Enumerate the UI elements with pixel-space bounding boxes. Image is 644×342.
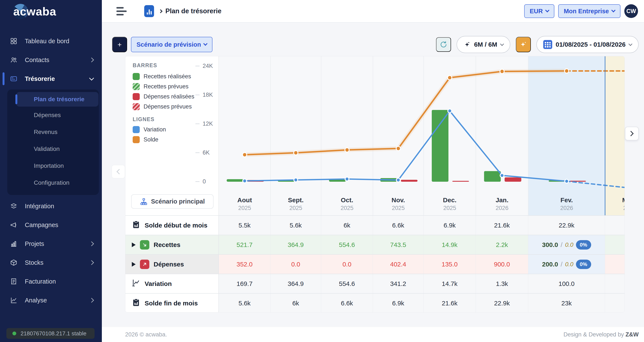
sidebar-item-stocks[interactable]: Stocks	[0, 253, 102, 272]
legend-item-recettes-realisees[interactable]: Recettes réalisées	[133, 73, 191, 80]
breadcrumb-chevron-icon	[158, 9, 162, 13]
treasury-submenu: Plan de trésorerie Dépenses Revenus Vali…	[7, 90, 99, 195]
chevron-down-icon	[545, 8, 550, 12]
svg-text:Fev.: Fev.	[560, 196, 573, 204]
svg-text:2025: 2025	[340, 205, 354, 211]
table-cell-current-month[interactable]: 300.0 / 0.0 0%	[528, 235, 605, 254]
submenu-item-validation[interactable]: Validation	[7, 140, 99, 157]
refresh-button[interactable]	[436, 37, 451, 52]
legend-bars-title: BARRES	[133, 62, 157, 68]
treasury-card: BARRES Recettes réalisées Recettes prévu…	[125, 56, 625, 312]
scenario-dropdown[interactable]: Scénario de prévision	[131, 37, 212, 52]
period-dropdown[interactable]: 6M / 6M	[456, 36, 510, 53]
svg-text:2026: 2026	[496, 205, 508, 211]
percent-badge: 0%	[576, 240, 591, 250]
table-cell: 5.6k	[270, 216, 321, 235]
submenu-item-import[interactable]: Importation	[7, 157, 99, 174]
income-icon	[140, 240, 149, 250]
sidebar-item-integration[interactable]: Intégration	[0, 197, 102, 216]
legend-item-depenses-realisees[interactable]: Dépenses réalisées	[133, 93, 194, 100]
main-content: + Scénario de prévision 6M / 6M	[102, 23, 644, 342]
sidebar-item-treasury[interactable]: Trésorerie	[0, 69, 102, 88]
legend-item-depenses-prevues[interactable]: Dépenses prévues	[133, 103, 192, 110]
row-label-cell[interactable]: Recettes	[126, 235, 219, 254]
chart-next-button[interactable]	[625, 127, 639, 140]
company-label: Mon Entreprise	[564, 8, 609, 15]
submenu-item-configuration[interactable]: Configuration	[7, 174, 99, 191]
bar-chart-icon	[10, 240, 18, 248]
avatar-initials: CW	[626, 8, 636, 14]
legend-chip-icon	[133, 93, 140, 100]
sidebar-item-contacts[interactable]: Contacts	[0, 50, 102, 69]
active-indicator	[16, 94, 17, 104]
grid-icon	[10, 37, 18, 45]
date-range-picker[interactable]: 01/08/2025 - 01/08/2026	[536, 36, 639, 53]
layers-icon	[10, 202, 18, 210]
legend-chip-icon	[133, 136, 140, 143]
table-cell: 6k	[321, 216, 373, 235]
sidebar: acwaba Tableau de bord Contacts	[0, 0, 102, 342]
chart-prev-button[interactable]	[112, 165, 125, 178]
table-cell: 743.5	[373, 235, 424, 254]
expand-arrow-icon[interactable]	[132, 262, 136, 267]
currency-label: EUR	[530, 8, 543, 15]
submenu-item-cash-plan[interactable]: Plan de trésorerie	[16, 92, 98, 106]
sidebar-item-dashboard[interactable]: Tableau de bord	[0, 32, 102, 50]
scenario-principal-button[interactable]: Scénario principal	[131, 194, 214, 209]
sitemap-icon	[140, 198, 148, 206]
submenu-item-expenses[interactable]: Dépenses	[7, 106, 99, 124]
sidebar-item-label: Analyse	[25, 297, 47, 304]
legend-item-solde[interactable]: Solde	[133, 136, 158, 143]
row-label-cell[interactable]: Solde fin de mois	[126, 294, 219, 312]
sidebar-item-billing[interactable]: Facturation	[0, 272, 102, 291]
add-scenario-button[interactable]: +	[112, 37, 127, 52]
row-label-cell[interactable]: Variation	[126, 274, 219, 293]
svg-text:Sept.: Sept.	[288, 196, 304, 204]
table-cell: 23k	[528, 294, 605, 312]
company-dropdown[interactable]: Mon Entreprise	[558, 4, 620, 18]
row-label-cell[interactable]: Dépenses	[126, 255, 219, 274]
legend-item-variation[interactable]: Variation	[133, 126, 166, 133]
sidebar-item-label: Projets	[25, 240, 44, 248]
menu-toggle-button[interactable]	[116, 7, 130, 16]
sidebar-item-projects[interactable]: Projets	[0, 234, 102, 253]
chart-plot-area[interactable]: Aout2025Sept.2025Oct.2025Nov.2025Dec.202…	[219, 56, 625, 215]
currency-dropdown[interactable]: EUR	[524, 4, 554, 18]
sidebar-item-label: Trésorerie	[25, 75, 55, 82]
expand-arrow-icon[interactable]	[132, 242, 136, 247]
svg-text:Jan.: Jan.	[496, 196, 508, 204]
table-cell: 5.6k	[219, 294, 270, 312]
table-cell: 341.2	[373, 274, 424, 293]
table-cell: 22.9k	[528, 216, 605, 235]
table-cell-current-month[interactable]: 200.0 / 0.0 0%	[528, 255, 605, 274]
clipboard-chart-icon	[132, 298, 140, 308]
variation-line-icon	[132, 279, 140, 289]
avatar[interactable]: CW	[624, 4, 638, 18]
logo[interactable]: acwaba	[0, 0, 102, 23]
ai-suggest-button[interactable]	[516, 37, 531, 52]
submenu-item-revenues[interactable]: Revenus	[7, 124, 99, 140]
plus-icon: +	[118, 40, 122, 49]
sidebar-item-label: Stocks	[25, 259, 44, 266]
sidebar-item-label: Contacts	[25, 56, 49, 64]
table-row-solde-debut: Solde début de mois 5.5k 5.6k 6k 6.6k 6.…	[126, 215, 625, 235]
toolbar: + Scénario de prévision 6M / 6M	[102, 23, 644, 55]
table-row-depenses: Dépenses 352.0 0.0 0.0 402.4 135.0 900.0…	[126, 254, 625, 274]
sidebar-item-label: Campagnes	[25, 222, 58, 228]
legend-item-recettes-prevues[interactable]: Recettes prévues	[133, 83, 188, 90]
svg-text:2026: 2026	[623, 205, 625, 211]
chevron-right-icon	[89, 242, 94, 246]
status-dot-icon	[12, 332, 16, 335]
svg-text:2025: 2025	[289, 205, 302, 211]
legend-chip-icon	[133, 126, 140, 133]
invoice-icon	[10, 278, 18, 285]
sidebar-item-analysis[interactable]: Analyse	[0, 291, 102, 310]
version-text: 21807670108.217.1 stable	[20, 330, 86, 337]
sidebar-item-campaigns[interactable]: Campagnes	[0, 216, 102, 234]
submenu-item-label: Importation	[34, 162, 64, 169]
y-axis-tick: 12K	[195, 120, 215, 127]
row-label-cell[interactable]: Solde début de mois	[126, 216, 219, 235]
scenario-dropdown-label: Scénario de prévision	[136, 41, 201, 48]
date-range-label: 01/08/2025 - 01/08/2026	[556, 41, 626, 48]
table-row-variation: Variation 169.7 364.9 554.6 341.2 14.7k …	[126, 274, 625, 293]
